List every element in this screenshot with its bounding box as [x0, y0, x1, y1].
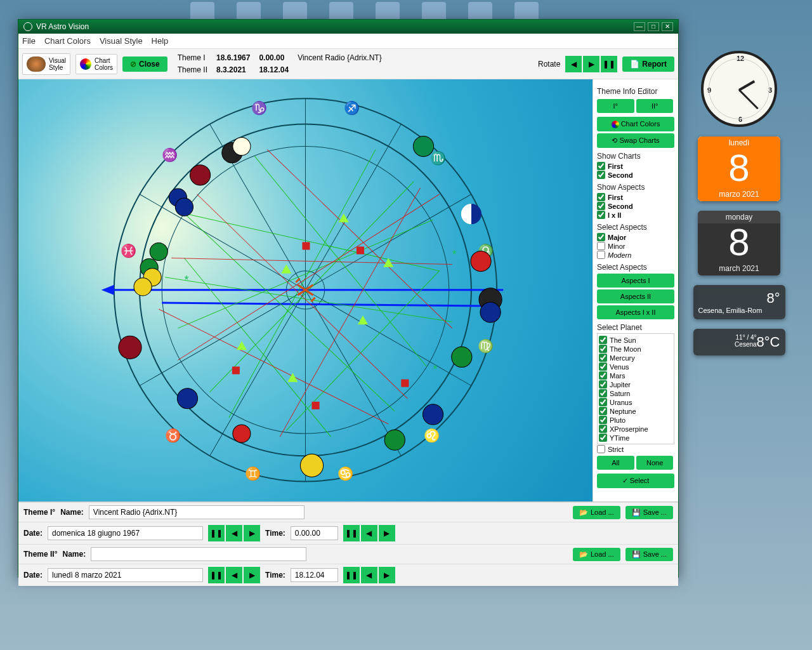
select-planet-heading: Select Planet	[597, 323, 674, 332]
swap-charts-button[interactable]: ⟲ Swap Charts	[597, 133, 674, 148]
chart-canvas[interactable]: *** ♑ ♐ ♏ ♎ ♍ ♌ ♋ ♊ ♉ ♈ ♓ ♒	[18, 79, 593, 501]
theme-ii-time-input[interactable]	[291, 568, 338, 582]
theme-ii-button[interactable]: II°	[636, 99, 674, 113]
select-aspects-heading: Select Aspects	[597, 223, 674, 232]
theme-ii-name-input[interactable]	[91, 547, 306, 561]
date-i-pause[interactable]: ❚❚	[208, 525, 225, 541]
date-ii-pause[interactable]: ❚❚	[208, 567, 225, 583]
planet-item[interactable]: The Moon	[599, 345, 672, 353]
show-second-checkbox[interactable]: Second	[597, 171, 674, 179]
date-i-back[interactable]: ◀	[226, 525, 242, 541]
theme-i-load-button[interactable]: 📂 Load ...	[573, 506, 620, 519]
time-ii-pause[interactable]: ❚❚	[343, 567, 360, 583]
menu-file[interactable]: File	[22, 36, 36, 46]
svg-point-72	[471, 251, 491, 271]
planet-item[interactable]: Pluto	[599, 416, 672, 424]
planet-item[interactable]: XProserpine	[599, 425, 672, 433]
svg-line-22	[171, 258, 452, 265]
theme-i-button[interactable]: I°	[597, 99, 634, 113]
side-panel: Theme Info Editor I° II° Chart Colors ⟲ …	[593, 79, 678, 501]
svg-text:♒: ♒	[162, 147, 178, 162]
theme-i-time-input[interactable]	[291, 526, 338, 540]
planet-list: The Sun The Moon Mercury Venus Mars Jupi…	[597, 333, 674, 444]
chart-colors-side-button[interactable]: Chart Colors	[597, 117, 674, 131]
date-i-fwd[interactable]: ▶	[244, 525, 260, 541]
chart-colors-button[interactable]: ChartColors	[75, 54, 117, 74]
date-ii-back[interactable]: ◀	[226, 567, 242, 583]
none-button[interactable]: None	[636, 456, 674, 470]
titlebar[interactable]: VR Astro Vision — □ ✕	[18, 20, 678, 34]
rotate-pause-button[interactable]: ❚❚	[601, 56, 617, 72]
planet-item[interactable]: Neptune	[599, 407, 672, 415]
close-button[interactable]: ✕	[662, 22, 673, 31]
svg-line-21	[229, 150, 376, 418]
visual-style-button[interactable]: VisualStyle	[22, 53, 70, 75]
aspect-ixii-checkbox[interactable]: I x II	[597, 211, 674, 219]
aspects-i-button[interactable]: Aspects I	[597, 274, 674, 288]
major-checkbox[interactable]: Major	[597, 233, 674, 241]
time-ii-fwd[interactable]: ▶	[379, 567, 395, 583]
menubar: File Chart Colors Visual Style Help	[18, 34, 678, 49]
date-ii-fwd[interactable]: ▶	[244, 567, 260, 583]
toolbar: VisualStyle ChartColors ⊘Close Theme I18…	[18, 49, 678, 79]
time-ii-back[interactable]: ◀	[361, 567, 377, 583]
svg-text:♐: ♐	[344, 100, 360, 116]
rotate-controls: ◀ ▶ ❚❚	[565, 56, 617, 72]
window-title: VR Astro Vision	[36, 22, 89, 31]
svg-marker-33	[281, 265, 291, 274]
planet-item[interactable]: Venus	[599, 362, 672, 371]
all-button[interactable]: All	[597, 456, 634, 470]
aspect-second-checkbox[interactable]: Second	[597, 202, 674, 210]
minor-checkbox[interactable]: Minor	[597, 242, 674, 250]
svg-point-71	[480, 302, 501, 322]
svg-point-66	[300, 454, 323, 477]
clock-widget: 12 3 6 9	[701, 51, 777, 127]
planet-item[interactable]: Jupiter	[599, 380, 672, 388]
svg-rect-32	[312, 402, 320, 409]
theme-info-editor-title: Theme Info Editor	[597, 87, 674, 96]
theme-info: Theme I18.6.19670.00.00Vincent Radio {Ad…	[173, 51, 387, 77]
close-button[interactable]: ⊘Close	[122, 56, 167, 72]
svg-point-67	[384, 430, 405, 450]
weather-widget-2: 8°C 11° / 4° Cesena	[693, 329, 785, 355]
select-aspects2-heading: Select Aspects	[597, 263, 674, 272]
svg-text:*: *	[452, 248, 457, 261]
theme-i-save-button[interactable]: 💾 Save ...	[625, 506, 673, 519]
menu-chart-colors[interactable]: Chart Colors	[44, 36, 91, 46]
planet-item[interactable]: The Sun	[599, 336, 672, 344]
svg-marker-38	[358, 315, 368, 324]
planet-item[interactable]: Mars	[599, 371, 672, 380]
aspect-first-checkbox[interactable]: First	[597, 193, 674, 201]
svg-rect-30	[232, 366, 240, 374]
time-i-back[interactable]: ◀	[361, 525, 377, 541]
theme-ii-save-button[interactable]: 💾 Save ...	[625, 548, 673, 561]
theme-ii-date-input[interactable]	[48, 568, 203, 582]
theme-i-date-input[interactable]	[48, 526, 203, 540]
show-first-checkbox[interactable]: First	[597, 162, 674, 170]
menu-help[interactable]: Help	[152, 36, 169, 46]
planet-item[interactable]: Mercury	[599, 354, 672, 362]
svg-point-64	[177, 388, 197, 409]
menu-visual-style[interactable]: Visual Style	[100, 36, 143, 46]
time-i-fwd[interactable]: ▶	[379, 525, 395, 541]
svg-point-62	[134, 278, 152, 296]
rotate-back-button[interactable]: ◀	[565, 56, 582, 72]
minimize-button[interactable]: —	[634, 22, 645, 31]
select-button[interactable]: ✓ Select	[597, 474, 674, 488]
rotate-fwd-button[interactable]: ▶	[583, 56, 599, 72]
time-i-pause[interactable]: ❚❚	[343, 525, 360, 541]
aspects-ii-button[interactable]: Aspects II	[597, 289, 674, 303]
aspects-ixii-button[interactable]: Aspects I x II	[597, 305, 674, 319]
theme-ii-load-button[interactable]: 📂 Load ...	[573, 548, 620, 561]
show-aspects-heading: Show Aspects	[597, 183, 674, 192]
planet-item[interactable]: YTime	[599, 434, 672, 442]
maximize-button[interactable]: □	[648, 22, 659, 31]
modern-checkbox[interactable]: Modern	[597, 251, 674, 259]
planet-item[interactable]: Saturn	[599, 389, 672, 397]
svg-point-68	[423, 404, 443, 425]
report-button[interactable]: 📄 Report	[622, 56, 674, 72]
strict-checkbox[interactable]: Strict	[597, 445, 674, 453]
app-icon	[23, 22, 32, 31]
planet-item[interactable]: Uranus	[599, 398, 672, 406]
theme-i-name-input[interactable]	[89, 505, 304, 519]
